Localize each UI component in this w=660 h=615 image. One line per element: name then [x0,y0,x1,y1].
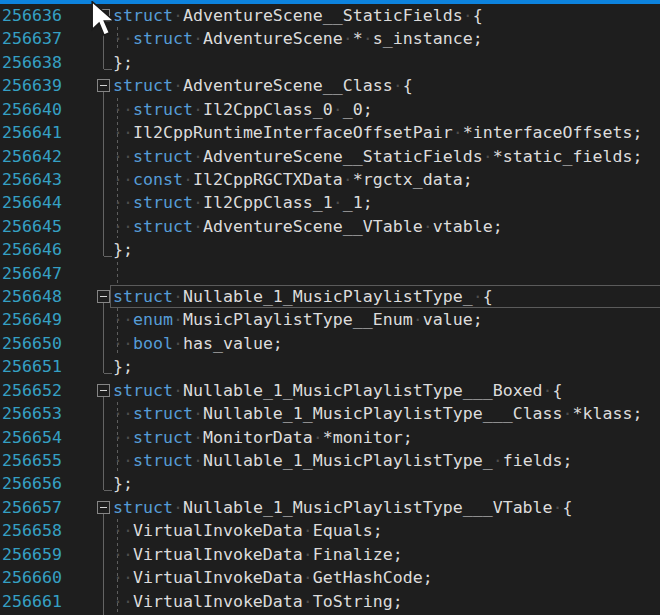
code-token: Nullable_1_MusicPlaylistType___Boxed [183,381,543,400]
line-number[interactable]: 256640 [2,98,62,121]
code-text[interactable]: }; [113,472,133,495]
line-number[interactable]: 256654 [2,426,62,449]
code-text[interactable]: }; [113,51,133,74]
code-text[interactable]: struct·AdventureScene__StaticFields·{ [113,4,483,27]
code-text[interactable]: ··struct·Nullable_1_MusicPlaylistType___… [113,402,643,425]
code-text[interactable]: ··const·Il2CppRGCTXData·*rgctx_data; [113,168,473,191]
code-token: GetHashCode; [313,568,433,587]
line-number[interactable]: 256639 [2,74,62,97]
code-text[interactable]: ··struct·MonitorData·*monitor; [113,426,413,449]
line-number[interactable]: 256650 [2,332,62,355]
code-text[interactable]: ··VirtualInvokeData·Equals; [113,519,383,542]
code-line[interactable]: 256646}; [0,238,660,261]
line-number[interactable]: 256638 [2,51,62,74]
code-text[interactable]: ··struct·AdventureScene__VTable·vtable; [113,215,503,238]
line-number[interactable]: 256647 [2,262,62,285]
code-line[interactable]: 256644··struct·Il2CppClass_1·_1; [0,191,660,214]
line-number[interactable]: 256660 [2,566,62,589]
code-line[interactable]: 256642··struct·AdventureScene__StaticFie… [0,145,660,168]
whitespace-dots: · [313,428,323,447]
line-number[interactable]: 256641 [2,121,62,144]
code-token: }; [113,357,133,376]
line-number[interactable]: 256658 [2,519,62,542]
fold-marker-icon[interactable] [97,290,110,303]
fold-marker-icon[interactable] [97,79,110,92]
code-line[interactable]: 256647 [0,262,660,285]
code-line[interactable]: 256659··VirtualInvokeData·Finalize; [0,543,660,566]
code-text[interactable]: ··struct·Il2CppClass_0·_0; [113,98,373,121]
code-line[interactable]: 256656}; [0,472,660,495]
code-text[interactable]: ··bool·has_value; [113,332,283,355]
code-token: }; [113,53,133,72]
code-line[interactable]: 256643··const·Il2CppRGCTXData·*rgctx_dat… [0,168,660,191]
code-text[interactable]: }; [113,238,133,261]
code-line[interactable]: 256640··struct·Il2CppClass_0·_0; [0,98,660,121]
code-token: _0; [343,100,373,119]
line-number[interactable]: 256653 [2,402,62,425]
code-text[interactable]: struct·Nullable_1_MusicPlaylistType___VT… [113,496,573,519]
code-text[interactable]: ··struct·Nullable_1_MusicPlaylistType_·f… [113,449,573,472]
code-token: *klass; [573,404,643,423]
fold-marker-icon[interactable] [97,501,110,514]
code-text[interactable]: ··VirtualInvokeData·Finalize; [113,543,403,566]
code-text[interactable]: }; [113,355,133,378]
code-text[interactable]: struct·Nullable_1_MusicPlaylistType___Bo… [113,379,563,402]
line-number[interactable]: 256636 [2,4,62,27]
line-number[interactable]: 256649 [2,308,62,331]
line-number[interactable]: 256646 [2,238,62,261]
line-number[interactable]: 256659 [2,543,62,566]
fold-marker-icon[interactable] [97,384,110,397]
line-number[interactable]: 256648 [2,285,62,308]
code-text[interactable]: ··Il2CppRuntimeInterfaceOffsetPair·*inte… [113,121,643,144]
code-text[interactable]: struct·Nullable_1_MusicPlaylistType_·{ [113,285,493,308]
code-line[interactable]: 256639struct·AdventureScene__Class·{ [0,74,660,97]
code-line[interactable]: 256638}; [0,51,660,74]
code-text[interactable]: ··VirtualInvokeData·ToString; [113,590,403,613]
line-number[interactable]: 256643 [2,168,62,191]
line-number[interactable]: 256655 [2,449,62,472]
code-text[interactable]: ··VirtualInvokeData·GetHashCode; [113,566,433,589]
code-area[interactable]: 256636struct·AdventureScene__StaticField… [0,4,660,615]
keyword-token: struct [133,451,193,470]
keyword-token: struct [133,100,193,119]
whitespace-dots: ·· [113,193,133,212]
code-line[interactable]: 256653··struct·Nullable_1_MusicPlaylistT… [0,402,660,425]
line-number[interactable]: 256637 [2,27,62,50]
code-line[interactable]: 256648struct·Nullable_1_MusicPlaylistTyp… [0,285,660,308]
code-line[interactable]: 256660··VirtualInvokeData·GetHashCode; [0,566,660,589]
code-text[interactable]: ··struct·Il2CppClass_1·_1; [113,191,373,214]
whitespace-dots: · [423,217,433,236]
code-text[interactable]: ··struct·AdventureScene__StaticFields·*s… [113,145,643,168]
keyword-token: const [133,170,183,189]
code-text[interactable]: struct·AdventureScene__Class·{ [113,74,413,97]
code-line[interactable]: 256652struct·Nullable_1_MusicPlaylistTyp… [0,379,660,402]
code-line[interactable]: 256658··VirtualInvokeData·Equals; [0,519,660,542]
code-line[interactable]: 256650··bool·has_value; [0,332,660,355]
line-number[interactable]: 256652 [2,379,62,402]
code-line[interactable]: 256655··struct·Nullable_1_MusicPlaylistT… [0,449,660,472]
code-token: AdventureScene__VTable [203,217,423,236]
line-number[interactable]: 256656 [2,472,62,495]
code-line[interactable]: 256649··enum·MusicPlaylistType__Enum·val… [0,308,660,331]
line-number[interactable]: 256642 [2,145,62,168]
code-text[interactable]: ··struct·AdventureScene·*·s_instance; [113,27,483,50]
code-line[interactable]: 256651}; [0,355,660,378]
code-line[interactable]: 256657struct·Nullable_1_MusicPlaylistTyp… [0,496,660,519]
whitespace-dots: · [343,29,353,48]
code-text[interactable]: ··enum·MusicPlaylistType__Enum·value; [113,308,483,331]
line-number[interactable]: 256644 [2,191,62,214]
code-token: s_instance; [373,29,483,48]
line-number[interactable]: 256661 [2,590,62,613]
code-line[interactable]: 256661··VirtualInvokeData·ToString; [0,590,660,613]
line-number[interactable]: 256651 [2,355,62,378]
code-line[interactable]: 256645··struct·AdventureScene__VTable·vt… [0,215,660,238]
code-token: AdventureScene__StaticFields [183,6,463,25]
code-token: VirtualInvokeData [133,521,303,540]
line-number[interactable]: 256645 [2,215,62,238]
keyword-token: struct [113,381,173,400]
whitespace-dots: ·· [113,147,133,166]
whitespace-dots: ·· [113,521,133,540]
code-line[interactable]: 256654··struct·MonitorData·*monitor; [0,426,660,449]
line-number[interactable]: 256657 [2,496,62,519]
code-line[interactable]: 256641··Il2CppRuntimeInterfaceOffsetPair… [0,121,660,144]
